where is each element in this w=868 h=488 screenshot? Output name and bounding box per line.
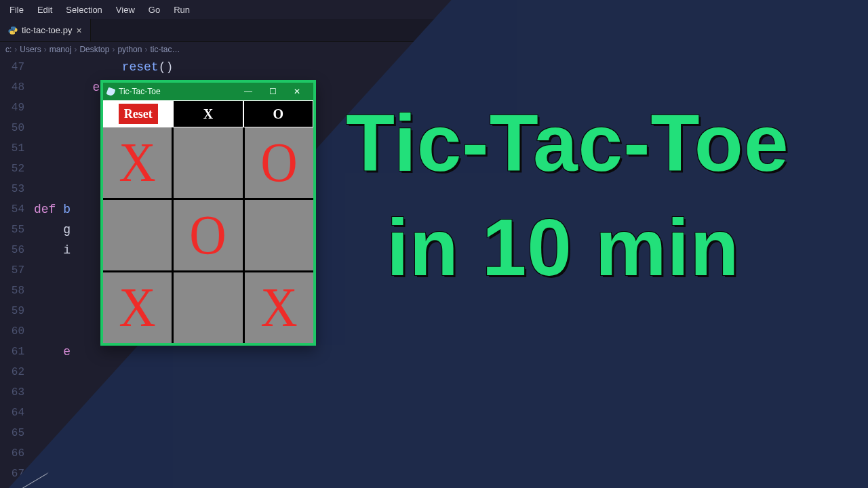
line-number: 60 [3,321,34,342]
code-line-content[interactable]: def b [34,199,71,220]
line-number: 64 [3,403,34,423]
breadcrumb-segment[interactable]: Users [20,45,41,54]
python-icon [8,26,18,35]
line-number: 49 [3,98,34,118]
chevron-right-icon: › [112,45,115,54]
board-cell-8[interactable]: X [245,272,313,343]
menu-file[interactable]: File [3,5,31,15]
menu-selection[interactable]: Selection [59,5,108,15]
line-number: 52 [3,159,34,179]
line-number: 61 [3,342,34,362]
window-minimize-button[interactable]: — [236,83,260,100]
window-title: Tic-Tac-Toe [119,87,161,96]
line-number: 58 [3,281,34,301]
window-titlebar[interactable]: Tic-Tac-Toe — ☐ ✕ [103,83,313,100]
code-line-content[interactable]: g [34,220,71,240]
breadcrumb-segment[interactable]: python [117,45,142,54]
board-mark: X [119,280,155,336]
line-number: 53 [3,179,34,199]
line-number: 54 [3,199,34,220]
breadcrumb-segment[interactable]: manoj [50,45,72,54]
window-maximize-button[interactable]: ☐ [260,83,285,100]
thumbnail-headline: Tic-Tac-Toe in 10 min [346,102,854,290]
tictactoe-window: Tic-Tac-Toe — ☐ ✕ Reset X O XOOXX [100,80,316,346]
board-cell-0[interactable]: X [103,127,172,198]
reset-button[interactable]: Reset [119,104,158,124]
line-number: 48 [3,77,34,98]
breadcrumb-segment[interactable]: Desktop [79,45,109,54]
tk-feather-icon [106,87,115,96]
header-x-label: X [173,100,243,127]
header-o-label: O [243,100,313,127]
menu-edit[interactable]: Edit [31,5,59,15]
line-number: 65 [3,423,34,443]
breadcrumb-segment[interactable]: c: [5,45,12,54]
board-cell-2[interactable]: O [245,127,313,198]
board-cell-7[interactable] [174,272,242,343]
chevron-right-icon: › [144,45,147,54]
chevron-right-icon: › [14,45,17,54]
window-close-button[interactable]: ✕ [285,83,309,100]
line-number: 63 [3,382,34,403]
game-board: XOOXX [103,127,313,343]
headline-line-2: in 10 min [346,206,854,290]
board-cell-1[interactable] [174,127,242,198]
menu-run[interactable]: Run [167,5,197,15]
board-cell-5[interactable] [245,200,313,270]
line-number: 57 [3,260,34,281]
board-cell-3[interactable] [103,200,172,270]
line-number: 47 [3,57,34,77]
line-number: 66 [3,443,34,464]
line-number: 56 [3,240,34,260]
line-number: 55 [3,220,34,240]
menu-view[interactable]: View [109,5,142,15]
board-mark: X [260,280,297,336]
board-mark: O [190,207,226,263]
board-cell-4[interactable]: O [174,200,242,270]
tab-filename: tic-tac-toe.py [22,25,72,35]
chevron-right-icon: › [74,45,77,54]
code-line-content[interactable]: reset() [34,57,173,77]
board-mark: O [260,135,297,190]
line-number: 59 [3,301,34,321]
board-cell-6[interactable]: X [103,272,172,343]
chevron-right-icon: › [44,45,47,54]
menu-go[interactable]: Go [142,5,167,15]
game-header-row: Reset X O [103,100,313,127]
reset-cell: Reset [103,100,173,127]
board-mark: X [119,135,155,190]
line-number: 62 [3,362,34,382]
line-number: 51 [3,138,34,159]
headline-line-1: Tic-Tac-Toe [346,102,854,186]
editor-tab[interactable]: tic-tac-toe.py × [0,19,91,41]
close-icon[interactable]: × [76,26,81,35]
breadcrumb-segment[interactable]: tic-tac… [150,45,180,54]
line-number: 50 [3,118,34,138]
